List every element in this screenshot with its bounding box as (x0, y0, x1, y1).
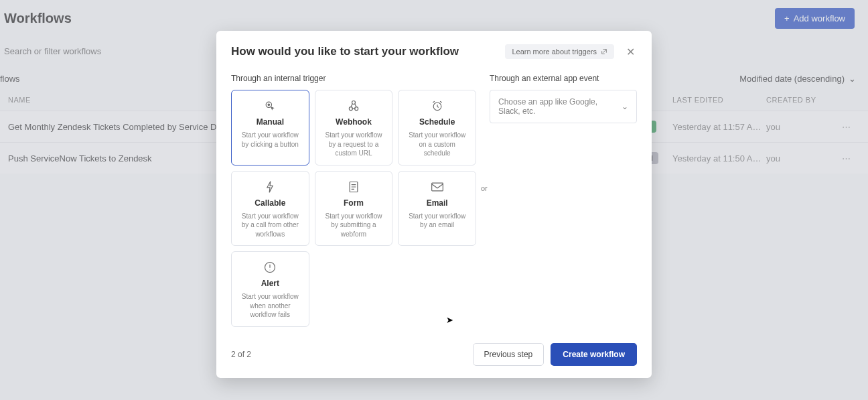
cursor-click-icon (263, 98, 277, 113)
step-indicator: 2 of 2 (231, 350, 251, 359)
trigger-desc: Start your workflow by a call from other… (236, 212, 305, 239)
trigger-card-schedule[interactable]: Schedule Start your workflow on a custom… (398, 90, 476, 165)
trigger-card-form[interactable]: Form Start your workflow by submitting a… (315, 171, 393, 247)
webhook-icon (347, 98, 360, 113)
close-icon: ✕ (626, 46, 635, 58)
trigger-card-alert[interactable]: Alert Start your workflow when another w… (231, 251, 309, 327)
trigger-name: Form (344, 198, 364, 208)
trigger-card-webhook[interactable]: Webhook Start your workflow by a request… (315, 90, 393, 165)
close-button[interactable]: ✕ (624, 45, 637, 58)
svg-point-1 (268, 104, 270, 106)
trigger-name: Webhook (336, 117, 372, 127)
modal-overlay: How would you like to start your workflo… (0, 0, 868, 400)
svg-rect-7 (431, 183, 443, 191)
previous-step-button[interactable]: Previous step (473, 343, 545, 366)
learn-more-link[interactable]: Learn more about triggers (505, 44, 614, 59)
external-trigger-heading: Through an external app event (490, 74, 637, 83)
email-icon (431, 180, 444, 194)
trigger-name: Schedule (419, 117, 455, 127)
alert-icon (263, 260, 277, 275)
trigger-card-callable[interactable]: Callable Start your workflow by a call f… (231, 171, 309, 247)
trigger-name: Callable (255, 198, 285, 208)
chevron-down-icon: ⌄ (622, 102, 628, 111)
trigger-desc: Start your workflow on a custom schedule (403, 131, 472, 158)
form-icon (348, 180, 360, 194)
or-divider: or (481, 184, 488, 192)
start-workflow-modal: How would you like to start your workflo… (216, 31, 652, 378)
learn-more-label: Learn more about triggers (512, 48, 597, 56)
trigger-name: Email (427, 198, 448, 208)
lightning-icon (265, 180, 275, 194)
trigger-desc: Start your workflow when another workflo… (236, 292, 305, 320)
app-select-placeholder: Choose an app like Google, Slack, etc. (498, 97, 622, 116)
internal-trigger-heading: Through an internal trigger (231, 74, 476, 83)
app-select-dropdown[interactable]: Choose an app like Google, Slack, etc. ⌄ (490, 90, 637, 123)
trigger-name: Manual (257, 117, 284, 127)
trigger-desc: Start your workflow by clicking a button (236, 131, 305, 149)
trigger-desc: Start your workflow by submitting a webf… (319, 212, 388, 239)
trigger-desc: Start your workflow by an email (403, 212, 472, 230)
clock-icon (431, 98, 444, 113)
trigger-card-email[interactable]: Email Start your workflow by an email (398, 171, 476, 247)
trigger-desc: Start your workflow by a request to a cu… (319, 131, 388, 158)
trigger-card-manual[interactable]: Manual Start your workflow by clicking a… (231, 90, 309, 165)
modal-title: How would you like to start your workflo… (231, 45, 459, 58)
trigger-name: Alert (261, 279, 279, 288)
external-link-icon (601, 48, 607, 55)
create-workflow-button[interactable]: Create workflow (551, 343, 637, 366)
